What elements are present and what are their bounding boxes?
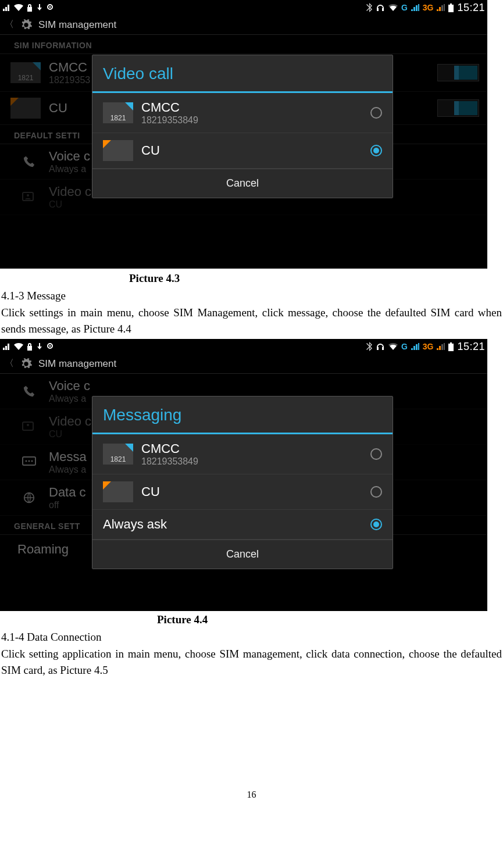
document-page: G 3G 15:21 〈 SIM management SIM INFORMAT… <box>0 0 503 800</box>
gear-icon <box>20 19 33 31</box>
bluetooth-icon <box>366 342 372 351</box>
title-text: SIM management <box>38 358 116 370</box>
option-number: 18219353849 <box>141 115 198 126</box>
option-name: Always ask <box>103 517 167 532</box>
lock-icon <box>27 343 33 351</box>
g-indicator: G <box>401 342 408 351</box>
status-bar: G 3G 15:21 <box>0 339 487 354</box>
location-icon <box>47 342 53 351</box>
settings-title-bar[interactable]: 〈 SIM management <box>0 354 487 374</box>
cancel-button[interactable]: Cancel <box>92 540 393 569</box>
modal-title: Video call <box>103 65 382 83</box>
radio-cmcc[interactable] <box>370 448 382 460</box>
svg-rect-8 <box>448 344 454 351</box>
svg-rect-9 <box>450 342 452 344</box>
para-4-1-3: Click settings in main menu, choose SIM … <box>0 303 503 338</box>
modal-option-cu[interactable]: CU <box>92 474 393 510</box>
back-icon: 〈 <box>5 19 14 31</box>
modal-option-always-ask[interactable]: Always ask <box>92 510 393 540</box>
download-icon <box>36 343 43 350</box>
modal-option-cmcc[interactable]: 1821 CMCC 18219353849 <box>92 93 393 133</box>
caption-4-3: Picture 4.3 <box>0 269 503 287</box>
heading-4-1-4: 4.1-4 Data Connection <box>0 628 503 645</box>
back-icon: 〈 <box>5 358 14 370</box>
lock-icon <box>27 4 33 12</box>
modal-option-cu[interactable]: CU <box>92 133 393 169</box>
headphone-icon <box>376 342 385 351</box>
battery-icon <box>448 342 454 351</box>
reception-icon <box>2 342 10 351</box>
video-call-modal: Video call 1821 CMCC 18219353849 CU Canc… <box>92 55 393 198</box>
sim-chip-icon <box>103 481 133 502</box>
wifi-icon <box>14 343 23 350</box>
wifi-signal-icon <box>388 343 398 350</box>
radio-cmcc[interactable] <box>370 107 382 119</box>
settings-title-bar[interactable]: 〈 SIM management <box>0 15 487 35</box>
option-name: CU <box>141 484 160 499</box>
option-name: CMCC <box>141 441 198 456</box>
gear-icon <box>20 358 33 370</box>
reception-icon <box>2 3 10 12</box>
option-name: CMCC <box>141 100 198 115</box>
title-text: SIM management <box>38 19 116 31</box>
para-4-1-4: Click setting application in main menu, … <box>0 645 503 679</box>
g-indicator: G <box>401 3 408 12</box>
location-icon <box>47 3 53 12</box>
wifi-signal-icon <box>388 4 398 11</box>
svg-rect-3 <box>450 3 452 5</box>
wifi-icon <box>14 4 23 11</box>
radio-cu[interactable] <box>370 486 382 498</box>
cancel-button[interactable]: Cancel <box>92 169 393 198</box>
heading-4-1-3: 4.1-3 Message <box>0 287 503 303</box>
option-name: CU <box>141 143 160 158</box>
screenshot-picture-4-4: G 3G 15:21 〈 SIM management Voice c Alwa… <box>0 339 487 611</box>
sim-chip-icon: 1821 <box>103 102 133 123</box>
download-icon <box>36 4 43 11</box>
signal-bars-icon <box>411 343 419 350</box>
battery-icon <box>448 3 454 12</box>
svg-rect-2 <box>448 5 454 12</box>
modal-title: Messaging <box>103 406 382 424</box>
messaging-modal: Messaging 1821 CMCC 18219353849 CU Alway… <box>92 396 393 569</box>
sim-chip-icon: 1821 <box>103 444 133 465</box>
caption-4-4: Picture 4.4 <box>0 611 503 628</box>
clock: 15:21 <box>457 2 485 14</box>
page-number: 16 <box>0 679 503 800</box>
threeg-indicator: 3G <box>423 342 434 351</box>
sim-chip-icon <box>103 140 133 161</box>
screenshot-picture-4-3: G 3G 15:21 〈 SIM management SIM INFORMAT… <box>0 0 487 269</box>
radio-always-ask[interactable] <box>370 519 382 530</box>
signal-bars-2-icon <box>437 343 445 350</box>
option-number: 18219353849 <box>141 456 198 467</box>
status-bar: G 3G 15:21 <box>0 0 487 15</box>
signal-bars-2-icon <box>437 4 445 11</box>
radio-cu[interactable] <box>370 145 382 156</box>
threeg-indicator: 3G <box>423 3 434 12</box>
headphone-icon <box>376 3 385 12</box>
svg-point-7 <box>49 345 51 347</box>
clock: 15:21 <box>457 341 485 353</box>
bluetooth-icon <box>366 3 372 12</box>
signal-bars-icon <box>411 4 419 11</box>
svg-point-1 <box>49 6 51 8</box>
modal-option-cmcc[interactable]: 1821 CMCC 18219353849 <box>92 434 393 474</box>
